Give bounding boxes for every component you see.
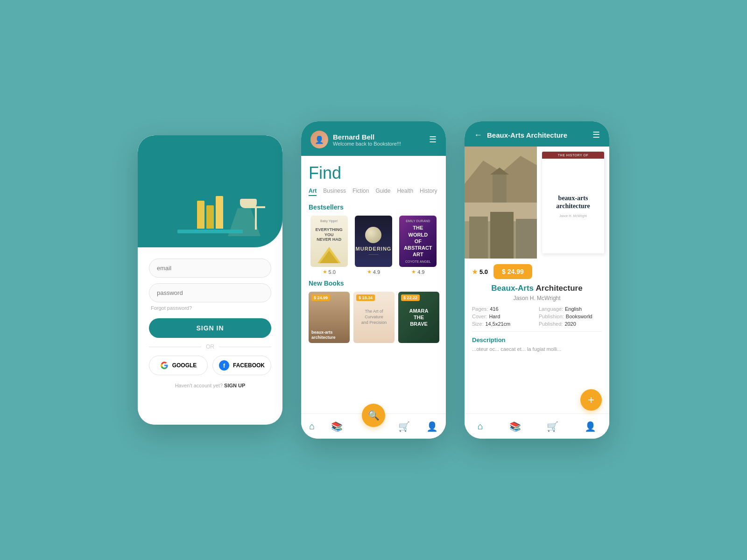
sign-in-button[interactable]: SIGN IN bbox=[149, 318, 271, 338]
detail-info: ★ 5.0 $ 24.99 Beaux-Arts Architecture Ja… bbox=[465, 259, 609, 359]
avatar: 👤 bbox=[310, 131, 328, 148]
tab-fiction[interactable]: Fiction bbox=[352, 188, 369, 196]
home-navbar: ⌂ 📚 🛒 👤 🔍 bbox=[301, 413, 446, 439]
book-cover-3: EMILY DURAND THEWORLDOFABSTRACTART COYOT… bbox=[399, 216, 437, 267]
home-nav-icon[interactable]: ⌂ bbox=[309, 421, 315, 432]
description-text: ...oteur oc... caecat et... la fugiat mo… bbox=[472, 345, 602, 353]
price-button[interactable]: $ 24.99 bbox=[493, 264, 532, 279]
book-cover-author: Jason H. McWright bbox=[559, 214, 587, 217]
category-tabs: Art Business Fiction Guide Health Histor… bbox=[309, 188, 438, 196]
meta-size: Size: 14,5x21cm bbox=[472, 321, 535, 327]
bestseller-card-1[interactable]: Baby Yippe! EVERYTHING YOUNEVER HAD ★ 5.… bbox=[309, 216, 349, 275]
home-content: Find Art Business Fiction Guide Health H… bbox=[301, 156, 446, 413]
book-title-dark: Architecture bbox=[536, 284, 583, 293]
book-cover-title: beaux-artsarchitecture bbox=[556, 195, 590, 210]
back-button[interactable]: ← bbox=[474, 130, 482, 140]
gallery-img-bottom bbox=[465, 203, 537, 259]
book-cover-1: Baby Yippe! EVERYTHING YOUNEVER HAD bbox=[310, 216, 348, 267]
book-gallery: THE HISTORY OF beaux-artsarchitecture Ja… bbox=[465, 147, 609, 259]
email-field[interactable] bbox=[149, 259, 271, 278]
gallery-left bbox=[465, 147, 537, 259]
detail-cart-icon[interactable]: 🛒 bbox=[547, 421, 558, 432]
home-screen: 👤 Bernard Bell Welcome back to Bookstore… bbox=[301, 121, 446, 439]
cart-nav-icon[interactable]: 🛒 bbox=[398, 421, 410, 432]
user-welcome: Welcome back to Bookstore!!! bbox=[333, 141, 401, 147]
signup-text: Haven't account yet? SIGN UP bbox=[149, 383, 271, 388]
social-login-group: GOOGLE f FACEBOOK bbox=[149, 356, 271, 375]
detail-content: THE HISTORY OF beaux-artsarchitecture Ja… bbox=[465, 147, 609, 413]
gallery-book-cover: THE HISTORY OF beaux-artsarchitecture Ja… bbox=[537, 147, 609, 259]
bestseller-card-3[interactable]: EMILY DURAND THEWORLDOFABSTRACTART COYOT… bbox=[398, 216, 438, 275]
price-badge-2: $ 18.34 bbox=[356, 294, 375, 301]
lamp-decoration bbox=[247, 206, 257, 230]
signup-link[interactable]: SIGN UP bbox=[224, 383, 245, 388]
or-divider: OR bbox=[149, 343, 271, 350]
books-shelf bbox=[197, 196, 223, 229]
bestseller-card-2[interactable]: MURDERING ——— ★ 4.9 bbox=[353, 216, 394, 275]
search-fab-button[interactable]: 🔍 bbox=[362, 404, 385, 427]
detail-profile-icon[interactable]: 👤 bbox=[585, 421, 596, 432]
detail-page-title: Beaux-Arts Architecture bbox=[487, 131, 567, 139]
detail-home-icon[interactable]: ⌂ bbox=[478, 421, 483, 432]
detail-navbar: ⌂ 📚 🛒 👤 + bbox=[465, 413, 609, 439]
bestsellers-title: Bestsellers bbox=[309, 203, 438, 211]
tab-health[interactable]: Health bbox=[397, 188, 413, 196]
login-illustration bbox=[138, 135, 282, 247]
svg-rect-4 bbox=[493, 175, 507, 203]
tab-guide[interactable]: Guide bbox=[375, 188, 390, 196]
tab-art[interactable]: Art bbox=[309, 188, 317, 196]
svg-rect-9 bbox=[490, 212, 514, 259]
meta-published: Published: 2020 bbox=[539, 321, 602, 327]
facebook-label: FACEBOOK bbox=[233, 362, 265, 369]
book-rating-3: ★ 4.9 bbox=[411, 269, 424, 275]
detail-header-left: ← Beaux-Arts Architecture bbox=[474, 130, 567, 140]
bestsellers-row: Baby Yippe! EVERYTHING YOUNEVER HAD ★ 5.… bbox=[309, 216, 438, 275]
facebook-login-button[interactable]: f FACEBOOK bbox=[212, 356, 271, 375]
detail-library-icon[interactable]: 📚 bbox=[509, 421, 521, 432]
google-label: GOOGLE bbox=[172, 362, 197, 369]
profile-nav-icon[interactable]: 👤 bbox=[426, 421, 438, 432]
home-header: 👤 Bernard Bell Welcome back to Bookstore… bbox=[301, 121, 446, 156]
find-title: Find bbox=[309, 163, 438, 183]
user-details: Bernard Bell Welcome back to Bookstore!!… bbox=[333, 133, 401, 147]
new-book-card-3[interactable]: AMARATHEBRAVE $ 22.22 bbox=[398, 292, 439, 343]
google-icon bbox=[160, 361, 169, 370]
forgot-password-link[interactable]: Forgot password? bbox=[151, 305, 271, 311]
book-meta-grid: Pages: 416 Language: English Cover: Hard… bbox=[472, 306, 602, 332]
detail-header: ← Beaux-Arts Architecture ☰ bbox=[465, 121, 609, 147]
detail-menu-icon[interactable]: ☰ bbox=[592, 130, 600, 140]
price-badge-3: $ 22.22 bbox=[401, 294, 420, 301]
meta-publication: Publishion: Booksworld bbox=[539, 314, 602, 319]
login-screen: Forgot password? SIGN IN OR GOOGLE f FAC… bbox=[138, 135, 282, 425]
tab-history[interactable]: History bbox=[420, 188, 437, 196]
detail-screen: ← Beaux-Arts Architecture ☰ bbox=[465, 121, 609, 439]
price-badge-1: $ 24.99 bbox=[311, 294, 330, 301]
svg-rect-10 bbox=[516, 219, 537, 259]
login-form: Forgot password? SIGN IN OR GOOGLE f FAC… bbox=[138, 247, 282, 425]
library-nav-icon[interactable]: 📚 bbox=[331, 421, 343, 432]
password-field[interactable] bbox=[149, 283, 271, 302]
user-name: Bernard Bell bbox=[333, 133, 401, 141]
price-row: ★ 5.0 $ 24.99 bbox=[472, 264, 602, 279]
description-title: Description bbox=[472, 336, 602, 343]
book-author: Jason H. McWright bbox=[472, 295, 602, 301]
book-title-teal: Beaux-Arts bbox=[491, 284, 534, 293]
book-rating-1: ★ 5.0 bbox=[323, 269, 336, 275]
meta-cover: Cover: Hard bbox=[472, 314, 535, 319]
meta-language: Language: English bbox=[539, 306, 602, 312]
detail-rating: ★ 5.0 bbox=[472, 268, 488, 275]
book-cover-2: MURDERING ——— bbox=[355, 216, 392, 267]
svg-rect-8 bbox=[469, 217, 488, 259]
add-to-cart-fab[interactable]: + bbox=[580, 389, 602, 411]
facebook-icon: f bbox=[219, 360, 229, 371]
new-book-card-2[interactable]: The Art ofCurvatureand Precision $ 18.34 bbox=[353, 292, 395, 343]
menu-icon[interactable]: ☰ bbox=[429, 134, 437, 145]
tab-business[interactable]: Business bbox=[323, 188, 346, 196]
avatar-image: 👤 bbox=[310, 131, 328, 148]
new-books-title: New Books bbox=[309, 280, 438, 287]
new-book-card-1[interactable]: beaux-artsarchitecture $ 24.99 bbox=[309, 292, 350, 343]
user-info: 👤 Bernard Bell Welcome back to Bookstore… bbox=[310, 131, 401, 148]
gallery-img-top bbox=[465, 147, 537, 203]
meta-pages: Pages: 416 bbox=[472, 306, 535, 312]
google-login-button[interactable]: GOOGLE bbox=[149, 356, 208, 375]
